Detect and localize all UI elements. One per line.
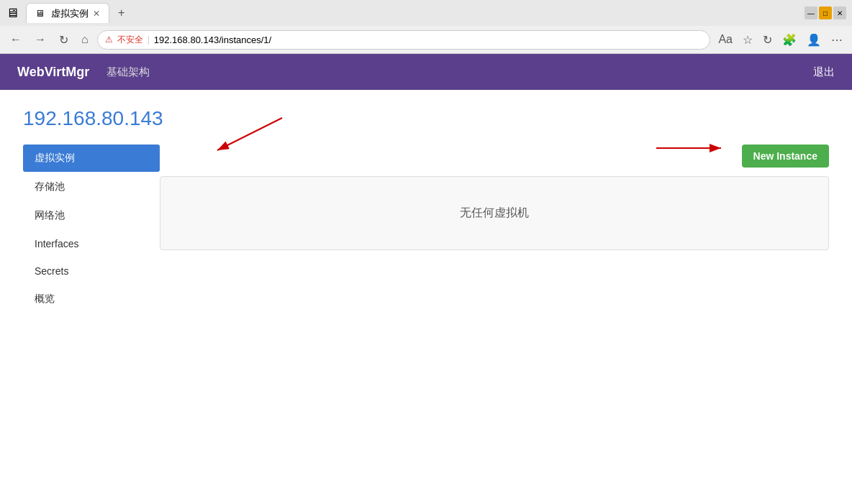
maximize-button[interactable]: □ xyxy=(819,6,832,19)
address-input[interactable] xyxy=(154,35,703,45)
window-controls: — □ ✕ xyxy=(805,6,846,19)
refresh-page-button[interactable]: ↻ xyxy=(759,31,776,49)
app-nav-infrastructure[interactable]: 基础架构 xyxy=(106,65,150,79)
app-header: WebVirtMgr 基础架构 退出 xyxy=(0,54,852,90)
forward-button[interactable]: → xyxy=(30,32,50,47)
no-vm-text: 无任何虚拟机 xyxy=(460,206,529,221)
content-layout: 虚拟实例 存储池 网络池 Interfaces Secrets 概览 xyxy=(23,145,829,314)
security-warning-icon: ⚠ xyxy=(105,35,113,45)
toolbar-right: Aa ☆ ↻ 🧩 👤 ⋯ xyxy=(715,31,846,49)
sidebar-item-secrets[interactable]: Secrets xyxy=(23,258,160,284)
browser-tab[interactable]: 🖥 虚拟实例 ✕ xyxy=(26,3,109,23)
back-button[interactable]: ← xyxy=(6,32,26,47)
more-options-button[interactable]: ⋯ xyxy=(828,31,846,49)
separator: | xyxy=(148,35,150,45)
refresh-button[interactable]: ↻ xyxy=(55,32,73,48)
minimize-button[interactable]: — xyxy=(805,6,817,19)
sidebar-item-vm-instances[interactable]: 虚拟实例 xyxy=(23,145,160,172)
security-warning-text: 不安全 xyxy=(117,34,143,46)
new-instance-button[interactable]: New Instance xyxy=(742,145,829,168)
profile-button[interactable]: 👤 xyxy=(803,31,825,49)
vm-panel: 无任何虚拟机 xyxy=(160,176,829,250)
app-brand: WebVirtMgr xyxy=(17,65,89,80)
sidebar-item-network-pool[interactable]: 网络池 xyxy=(23,202,160,229)
page-header-area: 192.168.80.143 xyxy=(23,107,829,130)
app-body: 192.168.80.143 虚拟实例 存储池 网络池 Interface xyxy=(0,90,852,331)
close-window-button[interactable]: ✕ xyxy=(833,6,846,19)
browser-system-icon: 🖥 xyxy=(6,6,19,21)
home-button[interactable]: ⌂ xyxy=(77,32,93,47)
browser-toolbar: ← → ↻ ⌂ ⚠ 不安全 | Aa ☆ ↻ 🧩 👤 ⋯ xyxy=(0,26,852,53)
reader-mode-button[interactable]: Aa xyxy=(715,31,736,48)
page-ip-heading: 192.168.80.143 xyxy=(23,107,829,130)
arrow-to-new-instance xyxy=(656,137,743,166)
favorites-button[interactable]: ☆ xyxy=(739,31,756,49)
tab-close-icon[interactable]: ✕ xyxy=(93,9,100,19)
tab-label: 虚拟实例 xyxy=(51,7,89,20)
sidebar: 虚拟实例 存储池 网络池 Interfaces Secrets 概览 xyxy=(23,145,160,314)
sidebar-item-overview[interactable]: 概览 xyxy=(23,285,160,313)
sidebar-item-interfaces[interactable]: Interfaces xyxy=(23,231,160,257)
tab-favicon: 🖥 xyxy=(35,8,47,19)
logout-button[interactable]: 退出 xyxy=(813,65,835,79)
browser-titlebar: 🖥 🖥 虚拟实例 ✕ + — □ ✕ xyxy=(0,0,852,26)
new-tab-button[interactable]: + xyxy=(114,5,129,21)
new-instance-row: New Instance xyxy=(160,145,829,168)
address-bar-wrap: ⚠ 不安全 | xyxy=(97,30,711,50)
browser-chrome: 🖥 🖥 虚拟实例 ✕ + — □ ✕ ← → ↻ ⌂ ⚠ 不安全 | Aa ☆ … xyxy=(0,0,852,54)
extensions-button[interactable]: 🧩 xyxy=(779,31,800,49)
main-content: New Instance 无任何虚拟机 xyxy=(160,145,829,314)
sidebar-item-storage-pool[interactable]: 存储池 xyxy=(23,173,160,201)
